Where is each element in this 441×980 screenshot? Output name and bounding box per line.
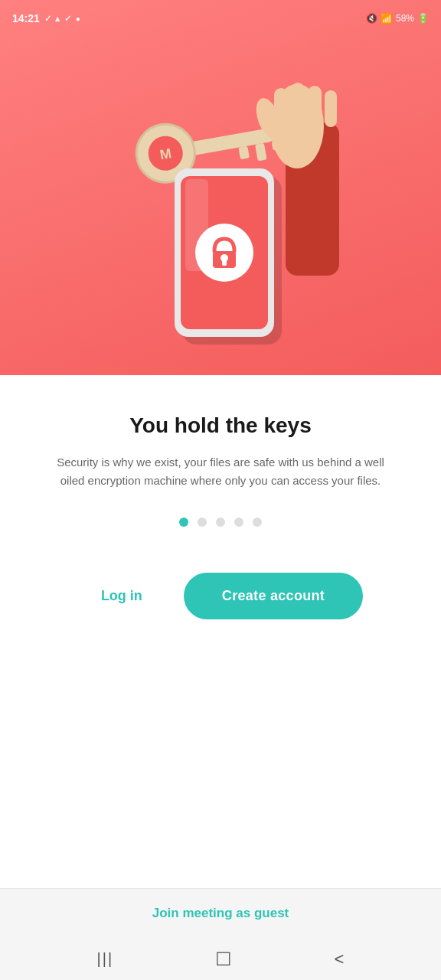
login-button[interactable]: Log in: [78, 574, 165, 618]
status-bar: 14:21 ✓ ▲ ✓ ● 🔇 📶 58% 🔋: [0, 0, 441, 37]
page-title: You hold the keys: [129, 413, 312, 438]
mute-icon: 🔇: [366, 13, 377, 24]
svg-rect-11: [308, 86, 322, 129]
description-text: Security is why we exist, your files are…: [44, 453, 397, 490]
dot-2: [198, 518, 207, 527]
join-meeting-button[interactable]: Join meeting as guest: [152, 889, 289, 938]
status-right: 🔇 📶 58% 🔋: [366, 13, 429, 24]
buttons-row: Log in Create account: [23, 573, 418, 619]
dot-1: [179, 518, 188, 527]
signal-icon: 📶: [381, 13, 393, 24]
time: 14:21: [12, 12, 40, 24]
svg-rect-4: [238, 146, 250, 160]
dots-indicator: [179, 518, 262, 527]
dot-5: [253, 518, 262, 527]
bottom-bar: Join meeting as guest ||| ☐ <: [0, 888, 441, 980]
illustration: M: [90, 31, 351, 368]
dot-4: [234, 518, 243, 527]
status-left: 14:21 ✓ ▲ ✓ ●: [12, 12, 80, 24]
svg-rect-21: [222, 260, 227, 266]
battery-text: 58%: [396, 13, 414, 24]
dot-3: [216, 518, 225, 527]
nav-bar: ||| ☐ <: [0, 938, 441, 980]
svg-rect-5: [255, 143, 267, 162]
home-button[interactable]: ☐: [215, 949, 232, 970]
menu-button[interactable]: |||: [97, 950, 114, 968]
create-account-button[interactable]: Create account: [184, 573, 363, 619]
battery-icon: 🔋: [417, 13, 429, 24]
dot-icon: ●: [76, 15, 80, 23]
content-area: You hold the keys Security is why we exi…: [0, 375, 441, 888]
check-icons: ✓ ▲ ✓: [44, 14, 71, 24]
hero-area: M: [0, 0, 441, 375]
back-button[interactable]: <: [335, 949, 345, 969]
svg-rect-12: [325, 90, 337, 127]
svg-rect-10: [291, 83, 305, 129]
